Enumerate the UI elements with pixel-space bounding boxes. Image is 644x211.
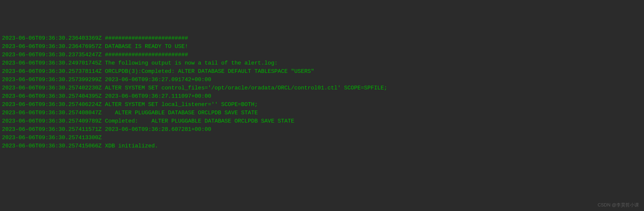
log-timestamp: 2023-06-06T09:36:30.257408047Z <box>2 110 102 116</box>
log-line: 2023-06-06T09:36:30.257411571Z 2023-06-0… <box>2 125 642 134</box>
log-timestamp: 2023-06-06T09:36:30.237354247Z <box>2 52 102 58</box>
log-line: 2023-06-06T09:36:30.257415066Z XDB initi… <box>2 142 642 150</box>
log-message: ALTER PLUGGABLE DATABASE ORCLPDB SAVE ST… <box>105 110 258 116</box>
log-timestamp: 2023-06-06T09:36:30.257404395Z <box>2 93 102 99</box>
log-timestamp: 2023-06-06T09:36:30.236403369Z <box>2 35 102 41</box>
terminal-log-output: 2023-06-06T09:36:30.236403369Z #########… <box>2 34 642 150</box>
log-line: 2023-06-06T09:36:30.257413300Z <box>2 134 642 142</box>
log-timestamp: 2023-06-06T09:36:30.257411571Z <box>2 126 102 133</box>
log-message: DATABASE IS READY TO USE! <box>105 43 188 50</box>
log-timestamp: 2023-06-06T09:36:30.257409789Z <box>2 118 102 124</box>
log-message: XDB initialized. <box>105 143 158 149</box>
log-line: 2023-06-06T09:36:30.257408047Z ALTER PLU… <box>2 109 642 117</box>
log-line: 2023-06-06T09:36:30.257399299Z 2023-06-0… <box>2 76 642 84</box>
log-message: ######################### <box>105 35 188 41</box>
watermark-text: CSDN @李昊哲小课 <box>598 202 639 208</box>
log-timestamp: 2023-06-06T09:36:30.257399299Z <box>2 77 102 83</box>
log-timestamp: 2023-06-06T09:36:30.257415066Z <box>2 143 102 149</box>
log-message: Completed: ALTER PLUGGABLE DATABASE ORCL… <box>105 118 294 124</box>
log-message: ALTER SYSTEM SET local_listener='' SCOPE… <box>105 101 258 108</box>
log-timestamp: 2023-06-06T09:36:30.257406224Z <box>2 101 102 108</box>
log-line: 2023-06-06T09:36:30.257406224Z ALTER SYS… <box>2 100 642 109</box>
log-message: ######################### <box>105 52 188 58</box>
log-line: 2023-06-06T09:36:30.257378114Z ORCLPDB(3… <box>2 67 642 76</box>
log-line: 2023-06-06T09:36:30.257404395Z 2023-06-0… <box>2 92 642 100</box>
log-line: 2023-06-06T09:36:30.257402230Z ALTER SYS… <box>2 84 642 92</box>
log-line: 2023-06-06T09:36:30.236403369Z #########… <box>2 34 642 42</box>
log-timestamp: 2023-06-06T09:36:30.236476957Z <box>2 43 102 50</box>
log-message: The following output is now a tail of th… <box>105 60 278 66</box>
log-timestamp: 2023-06-06T09:36:30.249701745Z <box>2 60 102 66</box>
log-message: 2023-06-06T09:36:27.091742+00:00 <box>105 77 211 83</box>
log-message: 2023-06-06T09:36:28.607281+00:00 <box>105 126 211 133</box>
log-timestamp: 2023-06-06T09:36:30.257402230Z <box>2 85 102 91</box>
log-line: 2023-06-06T09:36:30.249701745Z The follo… <box>2 59 642 67</box>
log-timestamp: 2023-06-06T09:36:30.257413300Z <box>2 135 102 141</box>
log-line: 2023-06-06T09:36:30.237354247Z #########… <box>2 51 642 59</box>
log-message: 2023-06-06T09:36:27.111097+00:00 <box>105 93 211 99</box>
log-line: 2023-06-06T09:36:30.236476957Z DATABASE … <box>2 42 642 51</box>
log-message: ALTER SYSTEM SET control_files='/opt/ora… <box>105 85 387 91</box>
log-message: ORCLPDB(3):Completed: ALTER DATABASE DEF… <box>105 68 314 75</box>
log-timestamp: 2023-06-06T09:36:30.257378114Z <box>2 68 102 75</box>
log-line: 2023-06-06T09:36:30.257409789Z Completed… <box>2 117 642 125</box>
